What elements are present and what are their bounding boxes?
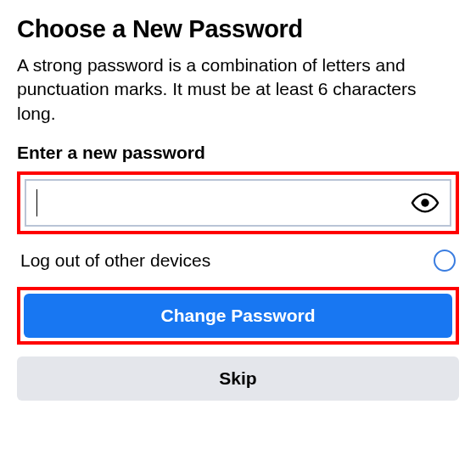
skip-button[interactable]: Skip: [17, 356, 459, 401]
logout-other-devices-label: Log out of other devices: [20, 250, 210, 271]
password-input-highlight: [17, 171, 459, 234]
change-password-highlight: Change Password: [17, 287, 459, 345]
password-description: A strong password is a combination of le…: [17, 53, 459, 126]
logout-other-devices-checkbox[interactable]: [434, 250, 456, 272]
password-input-container[interactable]: [25, 179, 451, 227]
logout-other-devices-row[interactable]: Log out of other devices: [17, 248, 459, 273]
svg-point-0: [421, 199, 428, 206]
text-cursor: [36, 189, 37, 216]
eye-icon[interactable]: [411, 192, 440, 214]
page-title: Choose a New Password: [17, 15, 459, 43]
password-input-label: Enter a new password: [17, 143, 459, 163]
change-password-button[interactable]: Change Password: [24, 294, 452, 338]
password-input[interactable]: [26, 185, 411, 222]
